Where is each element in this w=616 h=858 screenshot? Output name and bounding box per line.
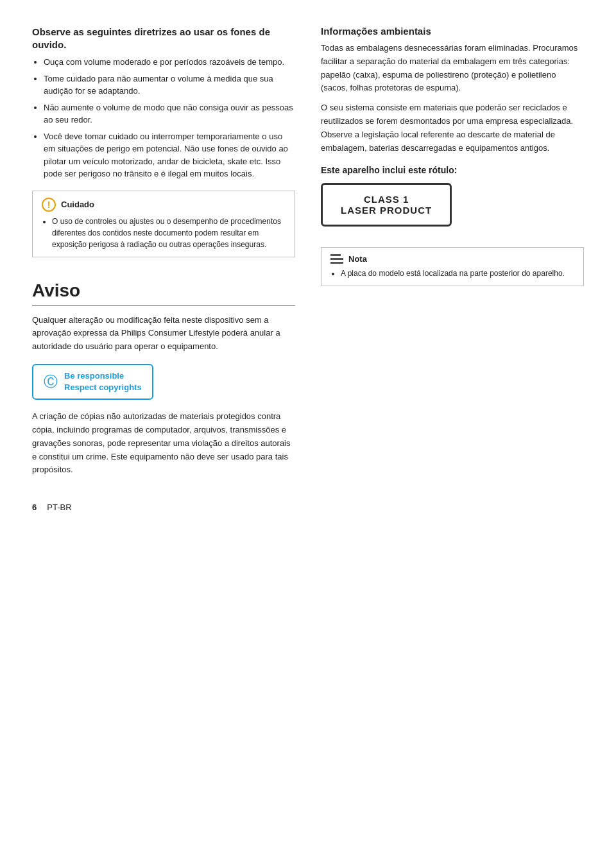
left-column: Observe as seguintes diretrizes ao usar … bbox=[32, 26, 295, 477]
nota-header: Nota bbox=[330, 254, 574, 264]
aviso-title: Aviso bbox=[32, 280, 295, 306]
page-footer: 6 PT-BR bbox=[32, 502, 584, 512]
section-title: Observe as seguintes diretrizes ao usar … bbox=[32, 26, 295, 51]
copyright-circle-icon: Ⓒ bbox=[44, 372, 58, 391]
aviso-paragraph: Qualquer alteração ou modificação feita … bbox=[32, 314, 295, 354]
nota-bullet-list: A placa do modelo está localizada na par… bbox=[330, 268, 574, 279]
laser-box: CLASS 1 LASER PRODUCT bbox=[321, 183, 452, 227]
page-language: PT-BR bbox=[47, 502, 71, 512]
list-item: Você deve tomar cuidado ou interromper t… bbox=[44, 130, 295, 180]
laser-class-label: CLASS 1 bbox=[341, 194, 432, 205]
responsible-text: Be responsible Respect copyrights bbox=[64, 370, 142, 393]
list-item: Não aumente o volume de modo que não con… bbox=[44, 101, 295, 126]
list-item: Ouça com volume moderado e por períodos … bbox=[44, 56, 295, 69]
caution-text: O uso de controles ou ajustes ou o desem… bbox=[52, 216, 286, 250]
caution-bullet-list: O uso de controles ou ajustes ou o desem… bbox=[42, 216, 286, 250]
caution-box: ! Cuidado O uso de controles ou ajustes … bbox=[32, 191, 295, 257]
info-title: Informações ambientais bbox=[321, 26, 584, 37]
caution-icon: ! bbox=[42, 198, 56, 212]
caution-header: ! Cuidado bbox=[42, 198, 286, 212]
nota-bullet-item: A placa do modelo está localizada na par… bbox=[341, 268, 574, 279]
responsible-badge: Ⓒ Be responsible Respect copyrights bbox=[32, 364, 153, 400]
info-paragraph-1: Todas as embalagens desnecessárias foram… bbox=[321, 42, 584, 95]
copyright-text: A criação de cópias não autorizadas de m… bbox=[32, 410, 295, 477]
caution-title: Cuidado bbox=[61, 200, 94, 209]
nota-box: Nota A placa do modelo está localizada n… bbox=[321, 247, 584, 286]
right-column: Informações ambientais Todas as embalage… bbox=[321, 26, 584, 477]
nota-title: Nota bbox=[348, 254, 367, 264]
list-item: Tome cuidado para não aumentar o volume … bbox=[44, 73, 295, 98]
page-layout: Observe as seguintes diretrizes ao usar … bbox=[32, 26, 584, 477]
note-lines-icon bbox=[330, 254, 343, 264]
aviso-section: Aviso Qualquer alteração ou modificação … bbox=[32, 280, 295, 477]
page-number: 6 bbox=[32, 502, 37, 512]
bullet-list: Ouça com volume moderado e por períodos … bbox=[32, 56, 295, 180]
info-paragraph-2: O seu sistema consiste em materiais que … bbox=[321, 101, 584, 155]
laser-product-label: LASER PRODUCT bbox=[341, 205, 432, 216]
responsible-line2: Respect copyrights bbox=[64, 382, 142, 393]
responsible-line1: Be responsible bbox=[64, 370, 142, 382]
aparelho-text: Este aparelho inclui este rótulo: bbox=[321, 165, 584, 175]
